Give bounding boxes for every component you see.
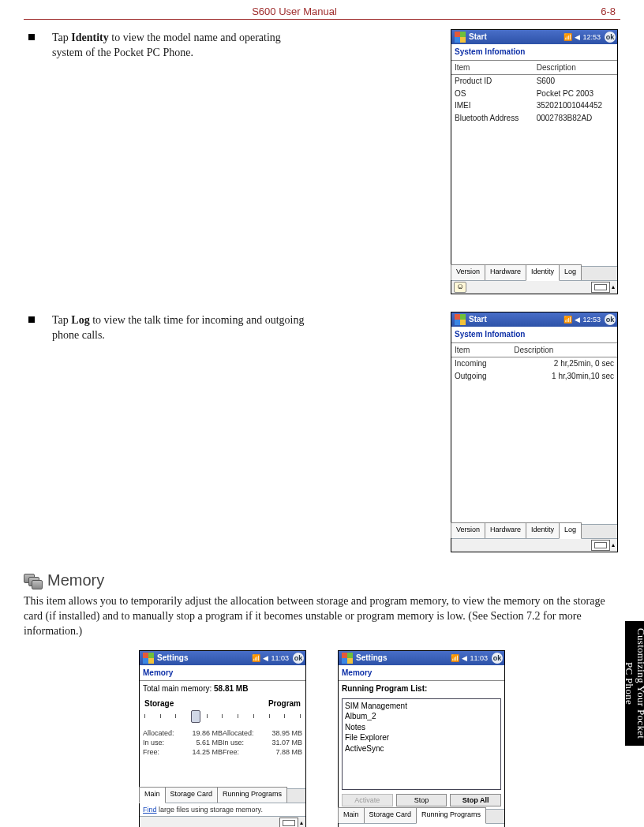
stop-button[interactable]: Stop [396,794,447,806]
app-title: System Infomation [451,44,617,61]
tab-hardware[interactable]: Hardware [485,264,526,280]
sip-bar: ☺ ▴ [451,280,617,294]
memory-slider[interactable]: StorageProgram [144,698,301,724]
list-item[interactable]: ActiveSync [345,743,498,754]
signal-icon: 📶 [564,32,572,42]
title-bar: Settings 📶 ◀ 11:03 ok [339,651,504,665]
running-program-list[interactable]: SIM Management Album_2 Notes File Explor… [342,698,501,790]
activate-button[interactable]: Activate [342,794,393,806]
title-bar: Start 📶 ◀ 12:53 ok [451,30,617,44]
memory-heading: Memory [24,570,620,591]
speaker-icon: ◀ [263,653,268,663]
emoji-icon[interactable]: ☺ [454,282,466,293]
list-item[interactable]: SIM Management [345,701,498,712]
ok-button[interactable]: ok [605,32,616,43]
ok-button[interactable]: ok [605,314,616,325]
clock: 12:53 [582,32,601,42]
start-label[interactable]: Start [469,32,487,43]
tab-bar: Version Hardware Identity Log [451,524,617,538]
info-table: ItemDescription Product IDS600 OSPocket … [451,61,617,125]
windows-flag-icon [455,314,466,325]
memory-description: This item allows you to temporarily adju… [24,594,620,639]
tab-running-programs[interactable]: Running Programs [217,787,287,803]
app-title: Memory [140,665,305,682]
page-header: S600 User Manual 6-8 [24,0,620,20]
tab-bar: Main Storage Card Running Programs [339,809,504,823]
tab-main[interactable]: Main [139,787,166,803]
tab-running-programs[interactable]: Running Programs [416,807,486,824]
table-row: OSPocket PC 2003 [451,88,617,100]
chevron-up-icon[interactable]: ▴ [612,283,615,292]
speaker-icon: ◀ [462,653,467,663]
screenshot-memory-running: Settings 📶 ◀ 11:03 ok Memory Running Pro… [338,650,505,827]
list-item[interactable]: File Explorer [345,732,498,743]
page-number: 6-8 [565,5,620,19]
tab-storage-card[interactable]: Storage Card [364,807,417,823]
title-bar: Start 📶 ◀ 12:53 ok [451,312,617,327]
info-table: ItemDescription Incoming2 hr,25min, 0 se… [451,343,617,383]
tab-log[interactable]: Log [559,522,582,539]
tab-hardware[interactable]: Hardware [485,522,526,538]
chapter-side-tab: Customizing Your Pocket PC Phone [625,621,644,746]
screenshot-log: Start 📶 ◀ 12:53 ok System Infomation Ite… [451,312,618,552]
signal-icon: 📶 [564,315,572,324]
bullet-log: Tap Log to view the talk time for incomi… [24,313,308,343]
clock: 11:03 [470,653,488,663]
table-row: Product IDS600 [451,75,617,88]
table-row: Incoming2 hr,25min, 0 sec [451,357,617,370]
tab-identity[interactable]: Identity [526,264,560,281]
tab-version[interactable]: Version [451,264,485,280]
find-link[interactable]: Find [143,806,157,814]
speaker-icon: ◀ [575,315,580,324]
tab-version[interactable]: Version [451,522,485,538]
chevron-up-icon[interactable]: ▴ [300,819,303,827]
windows-flag-icon [455,32,466,43]
table-row: Bluetooth Address0002783B82AD [451,112,617,125]
settings-label[interactable]: Settings [157,653,188,664]
keyboard-icon[interactable] [279,818,298,827]
windows-flag-icon [143,653,154,664]
signal-icon: 📶 [252,653,260,663]
tab-main[interactable]: Main [338,807,365,823]
ok-button[interactable]: ok [293,653,304,664]
ok-button[interactable]: ok [492,653,503,664]
sip-bar: ▴ [140,816,305,827]
title-bar: Settings 📶 ◀ 11:03 ok [140,651,305,665]
helper-hint: Find large files using storage memory. [140,803,305,816]
doc-title: S600 User Manual [24,5,565,19]
speaker-icon: ◀ [575,32,580,42]
bullet-identity: Tap Identity to view the model name and … [24,31,308,61]
keyboard-icon[interactable] [591,282,610,293]
clock: 12:53 [582,315,601,324]
running-list-label: Running Program List: [339,681,504,697]
list-item[interactable]: Notes [345,722,498,733]
settings-label[interactable]: Settings [356,653,387,664]
sip-bar: ▴ [451,538,617,552]
chevron-up-icon[interactable]: ▴ [612,541,615,550]
tab-bar: Version Hardware Identity Log [451,266,617,280]
table-row: Outgoing1 hr,30min,10 sec [451,370,617,383]
memory-icon [24,574,41,588]
clock: 11:03 [271,653,289,663]
tab-log[interactable]: Log [559,264,582,280]
windows-flag-icon [342,653,353,664]
screenshot-identity: Start 📶 ◀ 12:53 ok System Infomation Ite… [451,29,618,294]
tab-identity[interactable]: Identity [526,522,560,538]
tab-storage-card[interactable]: Storage Card [165,787,219,803]
list-item[interactable]: Album_2 [345,711,498,722]
screenshot-memory-main: Settings 📶 ◀ 11:03 ok Memory Total main … [139,650,306,827]
keyboard-icon[interactable] [591,540,610,551]
stop-all-button[interactable]: Stop All [450,794,501,806]
app-title: System Infomation [451,327,617,343]
app-title: Memory [339,665,504,682]
signal-icon: 📶 [451,653,459,663]
slider-thumb[interactable] [191,710,200,723]
tab-bar: Main Storage Card Running Programs [140,788,305,803]
start-label[interactable]: Start [469,314,487,325]
table-row: IMEI352021001044452 [451,99,617,112]
